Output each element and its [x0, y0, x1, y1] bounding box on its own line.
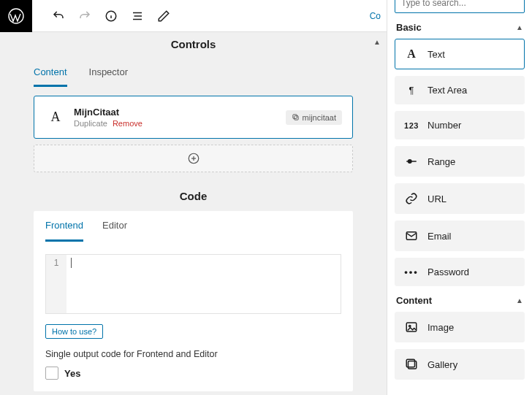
code-gutter: 1 — [46, 255, 66, 313]
sidebar-item-range[interactable]: Range — [395, 146, 525, 177]
single-output-label: Yes — [64, 368, 80, 379]
code-area[interactable] — [66, 255, 341, 313]
sidebar-item-textarea[interactable]: ¶ Text Area — [395, 76, 525, 104]
gallery-icon — [404, 358, 419, 371]
wordpress-logo[interactable] — [0, 0, 32, 32]
controls-title-text: Controls — [171, 38, 216, 50]
control-card-links: Duplicate Remove — [74, 119, 286, 128]
section-basic-header[interactable]: Basic ▲ — [387, 13, 532, 39]
single-output-row: Yes — [45, 367, 353, 380]
chevron-up-icon: ▲ — [516, 23, 523, 31]
svg-rect-7 — [294, 116, 298, 120]
cursor-icon — [71, 258, 72, 268]
controls-title: Controls ▲ — [4, 32, 382, 59]
controls-tabs: Content Inspector — [4, 59, 382, 87]
control-card[interactable]: A MijnCitaat Duplicate Remove mijncitaat — [34, 96, 353, 139]
image-icon — [404, 321, 419, 334]
basic-list: A Text ¶ Text Area 123 Number Range — [387, 39, 532, 286]
svg-rect-8 — [292, 115, 297, 119]
search-input[interactable] — [395, 0, 525, 13]
sidebar: Basic ▲ A Text ¶ Text Area 123 Number Ra… — [387, 0, 532, 395]
paragraph-icon: ¶ — [404, 85, 419, 96]
tab-inspector[interactable]: Inspector — [89, 59, 128, 87]
undo-button[interactable] — [45, 0, 72, 32]
duplicate-link[interactable]: Duplicate — [74, 119, 107, 128]
sidebar-item-label: Range — [428, 156, 455, 167]
sidebar-item-gallery[interactable]: Gallery — [395, 349, 525, 380]
sidebar-item-label: Text Area — [428, 85, 467, 96]
sidebar-item-url[interactable]: URL — [395, 183, 525, 214]
edit-button[interactable] — [151, 0, 177, 32]
code-tabs: Frontend Editor — [34, 211, 353, 242]
sidebar-item-text[interactable]: A Text — [395, 39, 525, 69]
sidebar-item-password[interactable]: ••• Password — [395, 258, 525, 286]
range-icon — [404, 155, 419, 168]
plus-circle-icon — [187, 152, 200, 165]
tab-content[interactable]: Content — [34, 59, 67, 87]
remove-link[interactable]: Remove — [113, 119, 142, 128]
section-basic-label: Basic — [396, 22, 422, 33]
sidebar-item-label: Text — [428, 49, 445, 60]
sidebar-item-label: Number — [428, 120, 461, 131]
link-icon — [404, 192, 419, 205]
sidebar-item-label: Password — [428, 266, 469, 277]
text-icon: A — [45, 110, 66, 125]
svg-point-16 — [409, 325, 411, 326]
info-button[interactable] — [98, 0, 124, 32]
chevron-up-icon[interactable]: ▲ — [373, 38, 381, 46]
content-list: Image Gallery — [387, 312, 532, 380]
sidebar-item-label: Gallery — [428, 359, 457, 370]
sidebar-item-label: Image — [428, 322, 454, 333]
code-editor[interactable]: 1 — [45, 254, 341, 314]
sidebar-item-image[interactable]: Image — [395, 312, 525, 342]
code-panel: Frontend Editor 1 How to use? Single out… — [34, 211, 353, 391]
control-card-title: MijnCitaat — [74, 107, 286, 118]
how-to-use-button[interactable]: How to use? — [45, 324, 103, 339]
redo-button[interactable] — [72, 0, 98, 32]
sidebar-item-number[interactable]: 123 Number — [395, 111, 525, 139]
number-icon: 123 — [404, 121, 419, 130]
sidebar-item-label: URL — [428, 193, 446, 204]
outline-button[interactable] — [124, 0, 151, 32]
single-output-checkbox[interactable] — [45, 367, 58, 380]
svg-point-13 — [408, 160, 412, 164]
chevron-up-icon: ▲ — [516, 296, 523, 304]
add-control-button[interactable] — [34, 145, 353, 172]
password-icon: ••• — [404, 266, 419, 277]
control-card-badge-label: mijncitaat — [303, 113, 336, 122]
section-content-label: Content — [396, 295, 432, 306]
editor-area: Controls ▲ Content Inspector A MijnCitaa… — [0, 0, 387, 395]
topbar: Co — [0, 0, 387, 32]
email-icon — [404, 229, 419, 242]
copy-icon — [292, 113, 300, 121]
sidebar-item-label: Email — [428, 231, 452, 242]
tab-editor[interactable]: Editor — [102, 211, 127, 242]
text-icon: A — [404, 47, 419, 61]
code-title: Code — [4, 184, 382, 211]
tab-frontend[interactable]: Frontend — [45, 211, 83, 242]
section-content-header[interactable]: Content ▲ — [387, 286, 532, 312]
sidebar-item-email[interactable]: Email — [395, 220, 525, 251]
code-description: Single output code for Frontend and Edit… — [45, 349, 353, 359]
control-card-badge[interactable]: mijncitaat — [286, 110, 342, 125]
topbar-right-text: Co — [370, 11, 387, 21]
